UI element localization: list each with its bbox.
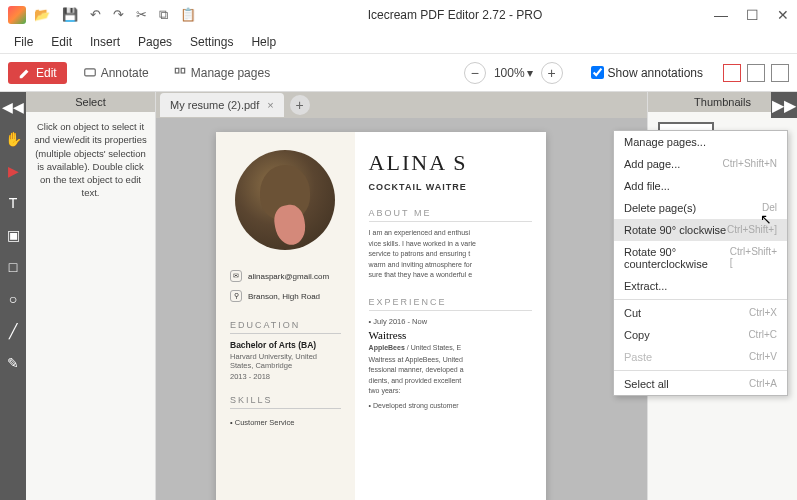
page-left-col: ✉alinaspark@gmail.com ⚲Branson, High Roa… [216,132,355,500]
minimize-icon[interactable]: — [714,7,728,23]
degree: Bachelor of Arts (BA) [230,340,341,350]
ctx-extract[interactable]: Extract... [614,275,787,297]
select-panel-help: Click on object to select it and view/ed… [26,112,155,208]
job-desc: Waitress at AppleBees, United fessional … [369,355,532,397]
edit-label: Edit [36,66,57,80]
ctx-delete-page[interactable]: Delete page(s)Del [614,197,787,219]
ctx-cut[interactable]: CutCtrl+X [614,302,787,324]
ctx-select-all[interactable]: Select allCtrl+A [614,373,787,395]
menu-insert[interactable]: Insert [82,33,128,51]
rect-tool[interactable]: □ [4,258,22,276]
context-menu: Manage pages... Add page...Ctrl+Shift+N … [613,130,788,396]
document-tab[interactable]: My resume (2).pdf × [160,93,284,117]
cut-icon[interactable]: ✂ [136,7,147,23]
exp-date: • July 2016 - Now [369,317,532,326]
collapse-icon[interactable]: ◀◀ [4,98,22,116]
job-title: Waitress [369,329,532,341]
zoom-in-button[interactable]: + [541,62,563,84]
window-title: Icecream PDF Editor 2.72 - PRO [196,8,714,22]
menu-pages[interactable]: Pages [130,33,180,51]
person-name: ALINA S [369,150,532,176]
fit-width-icon[interactable] [723,64,741,82]
avatar-image [235,150,335,250]
years: 2013 - 2018 [230,372,341,381]
ctx-manage-pages[interactable]: Manage pages... [614,131,787,153]
text-tool[interactable]: T [4,194,22,212]
ctx-add-file[interactable]: Add file... [614,175,787,197]
ctx-paste: PasteCtrl+V [614,346,787,368]
open-icon[interactable]: 📂 [34,7,50,23]
pdf-page[interactable]: ✉alinaspark@gmail.com ⚲Branson, High Roa… [216,132,546,500]
hand-tool[interactable]: ✋ [4,130,22,148]
pages-icon [173,66,187,80]
skill-item: • Customer Service [230,418,341,427]
about-header: ABOUT ME [369,208,532,222]
app-logo [8,6,26,24]
view-mode-icons [723,64,789,82]
pin-icon: ⚲ [230,290,242,302]
tab-close-icon[interactable]: × [267,99,273,111]
job-bullet: • Developed strong customer [369,401,532,412]
quick-actions: 📂 💾 ↶ ↷ ✂ ⧉ 📋 [34,7,196,23]
save-icon[interactable]: 💾 [62,7,78,23]
zoom-controls: − 100%▾ + Show annotations [464,62,789,84]
skills-header: SKILLS [230,395,341,409]
close-icon[interactable]: ✕ [777,7,789,23]
copy-icon[interactable]: ⧉ [159,7,168,23]
undo-icon[interactable]: ↶ [90,7,101,23]
line-tool[interactable]: ╱ [4,322,22,340]
menu-edit[interactable]: Edit [43,33,80,51]
image-tool[interactable]: ▣ [4,226,22,244]
maximize-icon[interactable]: ☐ [746,7,759,23]
show-annotations-toggle[interactable]: Show annotations [591,66,703,80]
zoom-value[interactable]: 100%▾ [494,66,533,80]
university: Harvard University, United States, Cambr… [230,352,341,370]
paste-icon[interactable]: 📋 [180,7,196,23]
redo-icon[interactable]: ↷ [113,7,124,23]
ctx-separator [614,370,787,371]
experience-header: EXPERIENCE [369,297,532,311]
select-panel-title: Select [26,92,155,112]
ctx-add-page[interactable]: Add page...Ctrl+Shift+N [614,153,787,175]
company: AppleBees / United States, E [369,344,532,351]
email-row: ✉alinaspark@gmail.com [230,270,341,282]
ctx-copy[interactable]: CopyCtrl+C [614,324,787,346]
zoom-out-button[interactable]: − [464,62,486,84]
select-panel: Select Click on object to select it and … [26,92,156,500]
draw-tool[interactable]: ✎ [4,354,22,372]
circle-tool[interactable]: ○ [4,290,22,308]
manage-pages-button[interactable]: Manage pages [165,62,278,84]
annotate-button[interactable]: Annotate [75,62,157,84]
menu-file[interactable]: File [6,33,41,51]
pencil-icon [18,66,32,80]
page-right-col: ALINA S COCKTAIL WAITRE ABOUT ME I am an… [355,132,546,500]
ctx-rotate-cw[interactable]: Rotate 90° clockwiseCtrl+Shift+] [614,219,787,241]
about-text: I am an experienced and enthusi vice ski… [369,228,532,281]
title-bar: 📂 💾 ↶ ↷ ✂ ⧉ 📋 Icecream PDF Editor 2.72 -… [0,0,797,30]
tool-strip: ◀◀ ✋ ▶ T ▣ □ ○ ╱ ✎ [0,92,26,500]
select-tool[interactable]: ▶ [4,162,22,180]
document-area: My resume (2).pdf × + ✉alinaspark@gmail.… [156,92,647,500]
tab-label: My resume (2).pdf [170,99,259,111]
tab-bar: My resume (2).pdf × + [156,92,647,118]
show-annotations-label: Show annotations [608,66,703,80]
menu-bar: File Edit Insert Pages Settings Help [0,30,797,54]
person-role: COCKTAIL WAITRE [369,182,532,192]
toolbar: Edit Annotate Manage pages − 100%▾ + Sho… [0,54,797,92]
email-icon: ✉ [230,270,242,282]
fit-page-icon[interactable] [747,64,765,82]
education-header: EDUCATION [230,320,341,334]
add-tab-button[interactable]: + [290,95,310,115]
show-annotations-checkbox[interactable] [591,66,604,79]
annotate-label: Annotate [101,66,149,80]
edit-button[interactable]: Edit [8,62,67,84]
manage-label: Manage pages [191,66,270,80]
ctx-rotate-ccw[interactable]: Rotate 90° counterclockwiseCtrl+Shift+[ [614,241,787,275]
annotate-icon [83,66,97,80]
address-row: ⚲Branson, High Road [230,290,341,302]
actual-size-icon[interactable] [771,64,789,82]
menu-help[interactable]: Help [243,33,284,51]
menu-settings[interactable]: Settings [182,33,241,51]
svg-rect-0 [84,68,95,75]
collapse-thumbs-icon[interactable]: ▶▶ [771,92,797,118]
